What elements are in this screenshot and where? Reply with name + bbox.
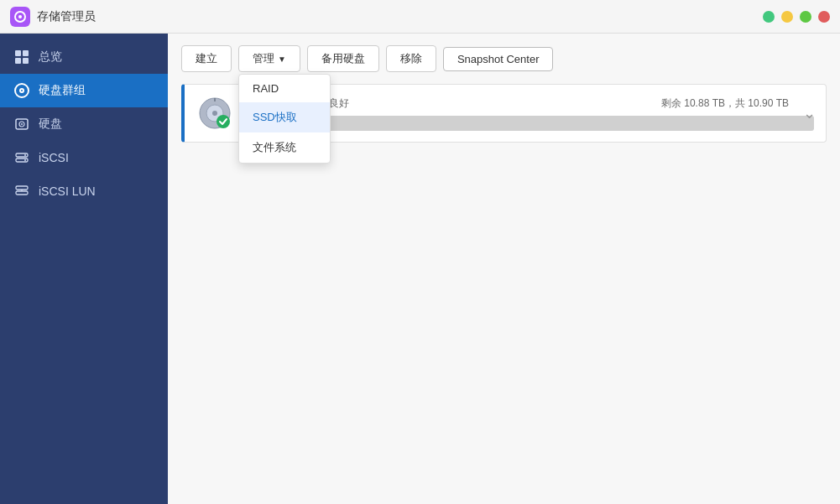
iscsi-lun-icon: [13, 183, 30, 200]
create-button[interactable]: 建立: [181, 45, 232, 72]
svg-point-9: [21, 90, 23, 91]
grid-icon: [13, 49, 30, 65]
content-area: 建立 管理 ▼ RAID SSD快取 文件系统 备用硬盘 移除 Snapshot…: [168, 34, 840, 504]
app-icon: [10, 7, 30, 27]
app-title: 存储管理员: [37, 9, 96, 24]
snapshot-center-button[interactable]: Snapshot Center: [443, 47, 554, 71]
remove-button[interactable]: 移除: [386, 45, 436, 72]
main-layout: 总览 硬盘群组 硬盘: [0, 34, 840, 504]
dropdown-item-raid[interactable]: RAID: [239, 75, 330, 102]
sidebar-item-disk-group[interactable]: 硬盘群组: [0, 74, 168, 107]
close-button[interactable]: [818, 11, 830, 23]
dropdown-item-ssd-cache[interactable]: SSD快取: [239, 102, 330, 132]
spare-disk-button[interactable]: 备用硬盘: [307, 45, 379, 72]
sidebar-item-disk-group-label: 硬盘群组: [39, 83, 86, 98]
iscsi-icon: [13, 149, 30, 166]
dropdown-item-filesystem[interactable]: 文件系统: [239, 132, 330, 163]
sidebar-item-iscsi-lun[interactable]: iSCSI LUN: [0, 174, 168, 208]
sidebar-item-iscsi-lun-label: iSCSI LUN: [39, 184, 96, 198]
svg-point-15: [24, 154, 26, 156]
chevron-down-icon: ▼: [278, 55, 286, 64]
svg-rect-4: [23, 50, 29, 56]
chevron-down-icon[interactable]: ⌄: [803, 104, 816, 122]
volume-disk-icon: [196, 95, 233, 132]
sidebar-item-disk-label: 硬盘: [39, 117, 62, 132]
manage-label: 管理: [253, 51, 274, 66]
titlebar: 存储管理员: [0, 0, 840, 34]
extra-btn[interactable]: [763, 11, 775, 23]
disk-icon: [13, 116, 30, 132]
svg-rect-17: [16, 186, 28, 190]
svg-rect-18: [16, 191, 28, 195]
sidebar-item-iscsi-label: iSCSI: [39, 151, 69, 164]
svg-rect-5: [15, 58, 21, 64]
manage-dropdown: 管理 ▼ RAID SSD快取 文件系统: [238, 45, 300, 72]
sidebar-item-overview[interactable]: 总览: [0, 40, 168, 74]
manage-button[interactable]: 管理 ▼: [238, 45, 300, 72]
svg-rect-3: [15, 50, 21, 56]
svg-point-12: [21, 123, 23, 125]
sidebar: 总览 硬盘群组 硬盘: [0, 34, 168, 504]
maximize-button[interactable]: [800, 11, 811, 23]
svg-point-2: [18, 15, 22, 18]
sidebar-item-iscsi[interactable]: iSCSI: [0, 141, 168, 174]
svg-point-16: [24, 159, 26, 161]
svg-point-23: [217, 115, 230, 128]
window-controls: [763, 11, 830, 23]
svg-rect-6: [23, 58, 29, 64]
minimize-button[interactable]: [781, 11, 793, 23]
volume-storage: 剩余 10.88 TB，共 10.90 TB: [661, 96, 814, 111]
svg-point-22: [212, 111, 217, 116]
sidebar-item-disk[interactable]: 硬盘: [0, 107, 168, 141]
disk-group-icon: [13, 82, 30, 99]
sidebar-item-overview-label: 总览: [39, 49, 62, 65]
manage-dropdown-menu: RAID SSD快取 文件系统: [238, 74, 331, 164]
toolbar: 建立 管理 ▼ RAID SSD快取 文件系统 备用硬盘 移除 Snapshot…: [168, 34, 840, 84]
